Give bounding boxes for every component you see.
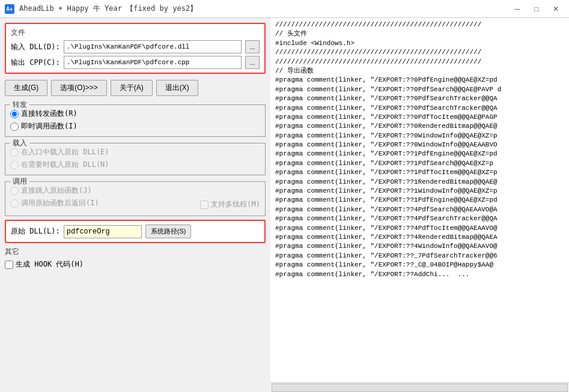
exit-button[interactable]: 退出(X) [156,80,198,96]
code-line: #pragma comment(linker, "/EXPORT:??1PdfS… [275,159,564,168]
code-line: #pragma comment(linker, "/EXPORT:??1PdfT… [275,168,564,177]
input-dll-browse-button[interactable]: ... [245,40,260,53]
multithread-label: 支持多线程(M) [211,199,260,210]
title-bar: A+ AheadLib + Happy 牛 Year 【fixed by yes… [0,0,569,18]
load-needed-label: 在需要时载入原始 DLL(N) [21,160,109,170]
input-dll-label: 输入 DLL(D): [11,42,60,52]
call-return-radio[interactable] [10,199,19,208]
code-line: #pragma comment(linker, "/EXPORT:??0Wind… [275,131,564,140]
original-dll-label: 原始 DLL(L): [11,226,60,237]
window-controls: ─ □ ✕ [509,2,564,16]
bottom-scrollbar [270,382,569,392]
forward-immediate-option: 即时调用函数(I) [10,121,260,131]
code-line: #pragma comment(linker, "/EXPORT:??0PdfE… [275,76,564,85]
code-line: #pragma comment(linker, "/EXPORT:??4Rend… [275,233,564,242]
code-line: #pragma comment(linker, "/EXPORT:??1Rend… [275,178,564,187]
original-dll-section: 原始 DLL(L): 系统路径(S) [5,220,266,243]
code-line: #pragma comment(linker, "/EXPORT:??0PdfS… [275,85,564,94]
code-area[interactable]: ////////////////////////////////////////… [270,18,569,382]
input-dll-row: 输入 DLL(D): ... [11,40,260,53]
file-section: 文件 输入 DLL(D): ... 输出 CPP(C): ... [5,23,266,74]
load-entry-radio[interactable] [10,148,19,157]
code-scroll-container: ////////////////////////////////////////… [270,18,569,382]
original-dll-field[interactable] [64,225,142,238]
call-section: 调用 直接跳入原始函数(J) 调用原始函数后返回(I) 支持多线程(M) [5,181,266,216]
load-entry-option: 在入口中载入原始 DLL(E) [10,147,260,157]
title-bar-left: A+ AheadLib + Happy 牛 Year 【fixed by yes… [5,4,197,14]
code-line: #pragma comment(linker, "/EXPORT:??0PdfT… [275,113,564,122]
other-section-title: 其它 [5,247,266,257]
code-line: #pragma comment(linker, "/EXPORT:??4PdfS… [275,214,564,223]
minimize-button[interactable]: ─ [509,2,526,16]
input-dll-field[interactable] [64,40,242,53]
code-line: #include <Windows.h> [275,39,564,48]
hook-checkbox[interactable] [5,261,13,269]
close-button[interactable]: ✕ [547,2,564,16]
original-dll-row: 原始 DLL(L): 系统路径(S) [11,225,260,238]
code-lines: ////////////////////////////////////////… [275,20,564,279]
forward-direct-radio[interactable] [10,110,19,118]
code-line: #pragma comment(linker, "/EXPORT:??0Wind… [275,140,564,149]
hook-label: 生成 HOOK 代码(H) [16,259,84,270]
forward-direct-label: 直接转发函数(R) [21,109,78,119]
app-icon-text: A+ [7,6,13,12]
output-cpp-label: 输出 CPP(C): [11,58,60,68]
load-needed-radio[interactable] [10,161,19,169]
multithread-option: 支持多线程(M) [200,199,260,210]
load-needed-option: 在需要时载入原始 DLL(N) [10,160,260,170]
code-line: #pragma comment(linker, "/EXPORT:??_7Pdf… [275,252,564,261]
call-jump-radio[interactable] [10,187,19,195]
code-line: ////////////////////////////////////////… [275,20,564,29]
code-line: // 头文件 [275,29,564,38]
code-line: #pragma comment(linker, "/EXPORT:??1PdfE… [275,196,564,205]
forward-immediate-radio[interactable] [10,122,19,131]
multithread-checkbox[interactable] [200,201,208,209]
call-section-title: 调用 [10,176,29,187]
options-button[interactable]: 选项(O)>>> [51,80,106,96]
code-line: #pragma comment(linker, "/EXPORT:??4PdfT… [275,224,564,233]
code-line: ////////////////////////////////////////… [275,58,564,67]
code-line: #pragma comment(linker, "/EXPORT:??1PdfE… [275,149,564,158]
forward-section-title: 转发 [10,100,29,110]
code-line: #pragma comment(linker, "/EXPORT:??1Wind… [275,187,564,196]
sys-path-button[interactable]: 系统路径(S) [145,225,192,238]
call-jump-label: 直接跳入原始函数(J) [21,185,92,196]
hook-option: 生成 HOOK 代码(H) [5,259,266,270]
file-section-label: 文件 [11,28,260,38]
generate-button[interactable]: 生成(G) [5,80,47,96]
right-panel-wrapper: ////////////////////////////////////////… [270,18,569,392]
code-line: #pragma comment(linker, "/EXPORT:??AddCh… [275,270,564,279]
main-container: 文件 输入 DLL(D): ... 输出 CPP(C): ... 生成(G) 选… [0,18,569,392]
other-section: 其它 生成 HOOK 代码(H) [5,247,266,270]
about-button[interactable]: 关于(A) [111,80,153,96]
load-section-title: 载入 [10,138,29,148]
forward-immediate-label: 即时调用函数(I) [21,121,78,131]
action-buttons: 生成(G) 选项(O)>>> 关于(A) 退出(X) [5,77,266,98]
output-cpp-row: 输出 CPP(C): ... [11,56,260,69]
maximize-button[interactable]: □ [528,2,545,16]
code-line: #pragma comment(linker, "/EXPORT:??_C@_0… [275,261,564,270]
output-cpp-browse-button[interactable]: ... [245,56,260,69]
call-jump-option: 直接跳入原始函数(J) [10,185,260,196]
code-line: #pragma comment(linker, "/EXPORT:??0PdfS… [275,104,564,113]
code-line: #pragma comment(linker, "/EXPORT:??0PdfS… [275,94,564,103]
app-icon: A+ [5,4,14,14]
load-entry-label: 在入口中载入原始 DLL(E) [21,147,109,157]
horizontal-scrollbar[interactable] [272,384,568,392]
forward-direct-option: 直接转发函数(R) [10,109,260,119]
window-title: AheadLib + Happy 牛 Year 【fixed by yes2】 [19,4,197,14]
call-return-option: 调用原始函数后返回(I) [10,198,195,208]
left-panel: 文件 输入 DLL(D): ... 输出 CPP(C): ... 生成(G) 选… [0,18,270,392]
code-line: ////////////////////////////////////////… [275,48,564,57]
call-return-row: 调用原始函数后返回(I) 支持多线程(M) [10,198,260,211]
output-cpp-field[interactable] [64,56,242,69]
load-section: 载入 在入口中载入原始 DLL(E) 在需要时载入原始 DLL(N) [5,143,266,175]
code-line: // 导出函数 [275,67,564,76]
call-return-label: 调用原始函数后返回(I) [21,198,99,208]
code-line: #pragma comment(linker, "/EXPORT:??4Wind… [275,242,564,251]
code-line: #pragma comment(linker, "/EXPORT:??0Rend… [275,122,564,131]
forward-section: 转发 直接转发函数(R) 即时调用函数(I) [5,104,266,137]
code-line: #pragma comment(linker, "/EXPORT:??4PdfS… [275,205,564,214]
